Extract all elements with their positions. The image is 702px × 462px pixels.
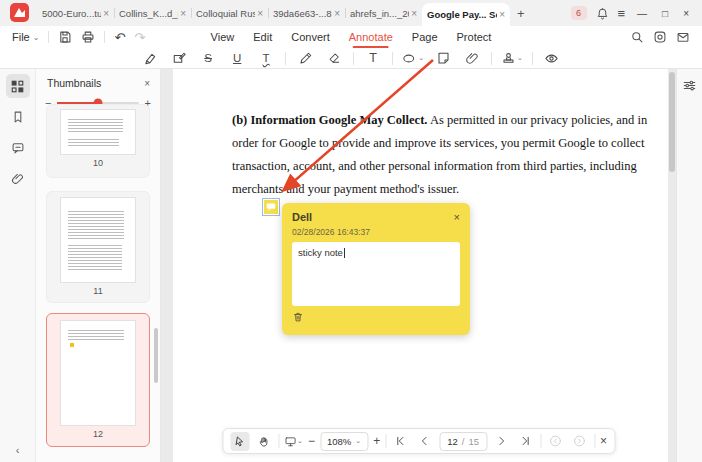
tab-label: 5000-Euro...tuguese * [42, 8, 101, 19]
area-highlight-icon[interactable] [169, 49, 189, 67]
select-tool-icon[interactable] [230, 432, 249, 451]
highlighter-icon[interactable] [140, 49, 160, 67]
save-button[interactable] [58, 30, 72, 44]
sticky-note-close-icon[interactable]: × [454, 211, 460, 223]
next-page-button[interactable] [492, 432, 511, 451]
panel-scrollbar-thumb[interactable] [154, 328, 158, 383]
mail-icon[interactable] [676, 30, 690, 44]
chevron-down-icon: ⌄ [355, 437, 361, 445]
add-text-icon[interactable]: T [363, 49, 383, 67]
thumbnail-page-12-selected[interactable]: 12 [46, 313, 150, 447]
collapse-sidebar-button[interactable]: ‹ [16, 444, 20, 456]
menu-page[interactable]: Page [412, 31, 438, 43]
tab-document-4[interactable]: 39da6e63-...8f36aa7ad × [268, 0, 345, 26]
last-page-button[interactable] [516, 432, 535, 451]
first-page-button[interactable] [391, 432, 410, 451]
redo-button[interactable]: ↷ [134, 31, 145, 44]
sticky-note-tool-icon[interactable] [433, 49, 453, 67]
tab-label: Collins_K...d_phrases [119, 8, 178, 19]
divider [594, 434, 595, 448]
total-pages: 15 [468, 436, 479, 447]
tab-label: 39da6e63-...8f36aa7ad [273, 8, 332, 19]
sticky-note-text-area[interactable]: sticky note [292, 242, 460, 306]
attachments-panel-icon[interactable] [6, 167, 30, 191]
search-icon[interactable] [630, 30, 644, 44]
thumbnail-sticky-note-marker [70, 343, 74, 347]
tab-document-1[interactable]: 5000-Euro...tuguese * × [37, 0, 114, 26]
eraser-icon[interactable] [324, 49, 344, 67]
divider [491, 52, 492, 65]
pdf-page: (b) Information Google May Collect. As p… [173, 69, 668, 462]
capture-icon[interactable] [653, 30, 667, 44]
show-annotations-eye-icon[interactable] [542, 49, 562, 67]
hand-tool-icon[interactable] [254, 432, 273, 451]
menubar-right [630, 30, 690, 44]
annotate-toolbar: S U T T ⌄ ⌄ [0, 48, 702, 69]
tab-close-icon[interactable]: × [257, 8, 263, 19]
sticky-note-popup: Dell × 02/28/2026 16:43:37 sticky note [282, 203, 470, 335]
tab-document-active[interactable]: Google Pay... Service * × [422, 3, 510, 26]
undo-button[interactable]: ↶ [114, 31, 125, 44]
view-back-button[interactable] [546, 432, 565, 451]
thumbnail-page-number: 11 [93, 286, 102, 296]
menubar-left: File ⌄ ↶ ↷ [12, 30, 145, 44]
page-number-input[interactable]: 12 / 15 [439, 432, 487, 451]
divider [392, 52, 393, 65]
tab-close-icon[interactable]: × [103, 8, 109, 19]
view-mode-icon[interactable]: ⌄ [284, 432, 303, 451]
bookmarks-panel-icon[interactable] [6, 105, 30, 129]
menu-protect[interactable]: Protect [457, 31, 492, 43]
window-close-button[interactable]: × [680, 8, 692, 19]
tab-close-icon[interactable]: × [411, 8, 417, 19]
underline-icon[interactable]: U [227, 49, 247, 67]
divider [285, 52, 286, 65]
tab-document-3[interactable]: Colloquial Russian 2 × [191, 0, 268, 26]
comments-panel-icon[interactable] [6, 136, 30, 160]
thumbnail-page-11[interactable]: 11 [46, 191, 150, 303]
menu-convert[interactable]: Convert [291, 31, 330, 43]
menu-view[interactable]: View [211, 31, 235, 43]
print-button[interactable] [81, 30, 95, 44]
window-minimize-button[interactable]: — [634, 8, 650, 19]
menu-annotate[interactable]: Annotate [349, 31, 393, 43]
tab-document-2[interactable]: Collins_K...d_phrases × [114, 0, 191, 26]
thumbnail-list: 10 11 12 [36, 104, 160, 462]
sticky-note-header: Dell × [292, 211, 460, 223]
zoom-out-button[interactable]: − [308, 434, 315, 448]
thumbnails-panel-icon[interactable] [6, 74, 30, 98]
attachment-icon[interactable] [462, 49, 482, 67]
document-scrollbar-thumb[interactable] [669, 72, 675, 172]
menu-edit[interactable]: Edit [253, 31, 272, 43]
zoom-level-select[interactable]: 108% ⌄ [320, 432, 368, 451]
stamp-icon[interactable]: ⌄ [501, 49, 523, 67]
shapes-icon[interactable]: ⌄ [402, 49, 424, 67]
file-menu[interactable]: File ⌄ [12, 31, 39, 43]
page-separator: / [462, 436, 465, 447]
divider [278, 434, 279, 448]
hamburger-menu-icon[interactable]: ≡ [618, 7, 626, 20]
tab-document-5[interactable]: ahrefs_in..._20250825 × [345, 0, 422, 26]
notification-badge[interactable]: 6 [571, 6, 587, 20]
divider [353, 52, 354, 65]
bell-icon[interactable] [596, 7, 609, 20]
panel-close-icon[interactable]: × [144, 78, 150, 89]
previous-page-button[interactable] [415, 432, 434, 451]
zoom-in-button[interactable]: + [373, 434, 380, 448]
strikethrough-icon[interactable]: S [198, 49, 218, 67]
pencil-icon[interactable] [295, 49, 315, 67]
tab-close-icon[interactable]: × [334, 8, 340, 19]
toolbar-close-icon[interactable]: × [600, 434, 607, 448]
squiggly-underline-icon[interactable]: T [256, 49, 276, 67]
window-maximize-button[interactable]: □ [659, 8, 671, 19]
chevron-down-icon: ⌄ [418, 54, 424, 62]
tab-close-icon[interactable]: × [499, 9, 505, 20]
properties-sliders-icon[interactable] [682, 78, 697, 93]
tab-close-icon[interactable]: × [180, 8, 186, 19]
trash-icon[interactable] [292, 311, 460, 323]
thumbnail-page-10[interactable]: 10 [46, 104, 150, 178]
new-tab-button[interactable]: + [510, 6, 532, 21]
sticky-note-timestamp: 02/28/2026 16:43:37 [292, 227, 460, 237]
current-page: 12 [447, 436, 458, 447]
sticky-note-marker[interactable] [262, 198, 280, 216]
view-forward-button[interactable] [570, 432, 589, 451]
